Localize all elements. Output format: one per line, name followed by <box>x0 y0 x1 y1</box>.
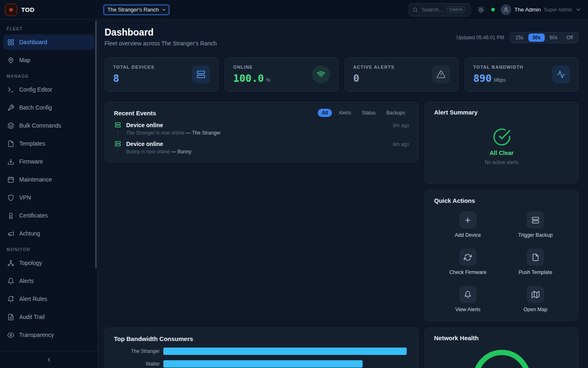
connection-status-dot <box>491 8 495 11</box>
stat-label: TOTAL DEVICES <box>113 65 154 70</box>
file-icon <box>7 140 14 147</box>
sidebar-item-dashboard[interactable]: Dashboard <box>3 34 94 50</box>
filter-all-button[interactable]: All <box>318 109 332 117</box>
sidebar-item-map[interactable]: Map <box>3 52 94 68</box>
sidebar-item-config-editor[interactable]: Config Editor <box>3 82 94 97</box>
network-health-card: Network Health <box>425 328 579 368</box>
sidebar-item-audit-trail[interactable]: Audit Trail <box>3 309 94 325</box>
nav-section-fleet: FLEET <box>7 26 91 31</box>
refresh-off-button[interactable]: Off <box>562 34 577 42</box>
nav-section-manage: MANAGE <box>7 74 91 79</box>
bandwidth-card: Top Bandwidth Consumers The Stranger Wal… <box>105 328 419 368</box>
page-header: Dashboard Fleet overview across The Stra… <box>105 27 579 47</box>
filter-status-button[interactable]: Status <box>358 109 380 117</box>
alert-summary-title: Alert Summary <box>434 109 569 116</box>
stat-value: 0 <box>353 72 359 84</box>
event-filters: All Alerts Status Backups <box>318 109 409 117</box>
refresh-60s-button[interactable]: 60s <box>546 34 561 42</box>
quick-action-push-template[interactable]: Push Template <box>502 249 570 275</box>
sidebar-collapse-bar <box>0 351 98 368</box>
server-icon <box>527 211 544 229</box>
event-title: Device online <box>126 141 163 147</box>
quick-actions-title: Quick Actions <box>434 197 569 204</box>
sidebar-item-topology[interactable]: Topology <box>3 255 94 271</box>
brand-name: TOD <box>21 6 35 13</box>
filter-alerts-button[interactable]: Alerts <box>334 109 355 117</box>
bandwidth-bar <box>163 348 407 355</box>
sidebar-item-alerts[interactable]: Alerts <box>3 273 94 289</box>
network-health-gauge <box>434 348 569 368</box>
user-menu[interactable]: The Admin Super Admin <box>501 4 581 15</box>
sidebar-item-label: Transparency <box>19 332 54 338</box>
quick-action-view-alerts[interactable]: View Alerts <box>434 286 502 312</box>
stat-label: TOTAL BANDWIDTH <box>473 65 523 70</box>
quick-action-open-map[interactable]: Open Map <box>502 286 570 312</box>
sidebar-item-transparency[interactable]: Transparency <box>3 327 94 343</box>
sidebar-item-alert-rules[interactable]: Alert Rules <box>3 291 94 307</box>
megaphone-icon <box>7 230 14 237</box>
server-icon <box>115 141 121 147</box>
user-name: The Admin <box>514 7 541 13</box>
sidebar-item-label: Map <box>19 57 30 63</box>
server-icon <box>192 65 210 83</box>
quick-action-label: Open Map <box>523 307 547 312</box>
refresh-30s-button[interactable]: 30s <box>528 34 545 42</box>
sidebar-item-vpn[interactable]: VPN <box>3 190 94 205</box>
recent-events-title: Recent Events <box>114 110 156 117</box>
event-row[interactable]: Device online 8m ago The Stranger is now… <box>114 122 409 136</box>
map-icon <box>527 286 544 303</box>
quick-action-trigger-backup[interactable]: Trigger Backup <box>502 211 570 238</box>
search-box[interactable]: Cmd+K <box>409 3 471 16</box>
quick-action-add-device[interactable]: Add Device <box>434 211 502 238</box>
sidebar-item-bulk-commands[interactable]: Bulk Commands <box>3 118 94 133</box>
sun-icon <box>477 6 485 13</box>
theme-toggle-button[interactable] <box>477 5 486 14</box>
search-shortcut-badge: Cmd+K <box>447 6 466 13</box>
bandwidth-device-label: The Stranger <box>114 348 160 354</box>
timeline-connector <box>118 148 118 155</box>
bell-plus-icon <box>7 296 14 303</box>
sidebar-item-label: Audit Trail <box>19 314 45 320</box>
sidebar-scrollbar[interactable] <box>95 20 97 268</box>
stat-value: 890 <box>473 72 492 84</box>
shield-icon <box>7 194 14 201</box>
sidebar-item-certificates[interactable]: Certificates <box>3 208 94 223</box>
sidebar-item-label: Batch Config <box>19 104 52 111</box>
stat-unit: Mbps <box>494 77 506 83</box>
org-select[interactable]: The Stranger's Ranch <box>104 5 169 15</box>
download-icon <box>7 158 14 165</box>
search-input[interactable] <box>421 6 444 13</box>
refresh-icon <box>459 249 477 266</box>
main-content: Dashboard Fleet overview across The Stra… <box>98 20 588 368</box>
topbar-brand-area: TOD <box>0 4 98 16</box>
app-logo-icon <box>5 4 17 16</box>
bell-icon <box>459 286 477 303</box>
quick-action-check-firmware[interactable]: Check Firmware <box>434 249 502 275</box>
stat-unit: % <box>266 77 270 83</box>
chevron-down-icon <box>161 7 166 12</box>
sidebar-item-label: Config Editor <box>19 86 52 93</box>
filter-backups-button[interactable]: Backups <box>382 109 409 117</box>
alert-status: All Clear <box>490 150 514 156</box>
sidebar-item-label: Achtung <box>19 230 40 237</box>
refresh-15s-button[interactable]: 15s <box>511 34 527 42</box>
quick-actions-card: Quick Actions Add Device Trigger Backup … <box>425 190 579 321</box>
sidebar-item-achtung[interactable]: Achtung <box>3 226 94 241</box>
nav-section-monitor: MONITOR <box>7 247 91 252</box>
network-icon <box>7 260 14 267</box>
stat-card-total-bandwidth: TOTAL BANDWIDTH 890 Mbps <box>465 57 579 92</box>
sidebar-item-maintenance[interactable]: Maintenance <box>3 172 94 187</box>
sidebar-item-firmware[interactable]: Firmware <box>3 154 94 169</box>
stat-value: 100.0 <box>233 72 264 84</box>
alert-summary-card: Alert Summary All Clear No active alerts <box>425 102 579 184</box>
bandwidth-device-label: Walter <box>114 361 160 367</box>
event-row[interactable]: Device online 8m ago Bunny is now online… <box>114 141 409 155</box>
sidebar-item-templates[interactable]: Templates <box>3 136 94 151</box>
chevron-left-icon <box>46 357 52 363</box>
event-time: 8m ago <box>393 123 409 128</box>
stat-label: ACTIVE ALERTS <box>353 65 394 70</box>
stat-card-active-alerts: ACTIVE ALERTS 0 <box>345 57 459 92</box>
sidebar-item-batch-config[interactable]: Batch Config <box>3 100 94 115</box>
collapse-sidebar-button[interactable] <box>44 355 54 365</box>
alert-detail: No active alerts <box>485 159 519 165</box>
